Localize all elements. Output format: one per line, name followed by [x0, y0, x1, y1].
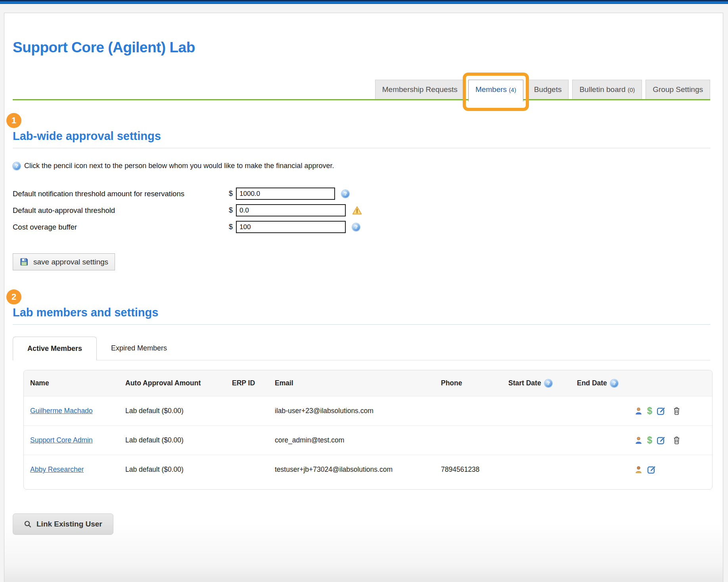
help-icon[interactable]: ? [13, 162, 21, 170]
email-cell: testuser+jb+73024@ilabsolutions.com [275, 465, 441, 474]
members-table: Name Auto Approval Amount ERP ID Email P… [23, 370, 713, 490]
col-start-date: Start Date ? [508, 379, 577, 387]
step-1-badge: 1 [6, 113, 21, 128]
floppy-disk-icon [19, 257, 29, 266]
lab-nav-tabs: Membership Requests Members (4) Budgets … [13, 80, 710, 100]
field-label: Default notification threshold amount fo… [13, 190, 229, 198]
currency-symbol: $ [229, 190, 233, 198]
auto-approval-threshold-input[interactable] [236, 204, 346, 216]
tab-expired-members[interactable]: Expired Members [97, 337, 181, 360]
cost-overage-buffer-input[interactable] [236, 221, 346, 233]
members-subtabs: Active Members Expired Members [13, 337, 710, 360]
instruction-text: Click the pencil icon next to the person… [24, 162, 334, 170]
member-name-link[interactable]: Support Core Admin [30, 436, 93, 444]
col-label: Start Date [508, 379, 541, 387]
member-role-alt-icon[interactable] [634, 465, 643, 474]
members-table-header: Name Auto Approval Amount ERP ID Email P… [24, 370, 712, 396]
col-name: Name [30, 379, 125, 387]
link-button-label: Link Existing User [36, 520, 102, 528]
members-table-rows: Guilherme Machado Lab default ($0.00) il… [24, 396, 712, 489]
help-icon[interactable]: ? [352, 223, 360, 231]
table-row: Guilherme Machado Lab default ($0.00) il… [24, 396, 712, 425]
auto-approval-cell: Lab default ($0.00) [125, 465, 232, 474]
tab-count: (0) [628, 86, 635, 93]
col-end-date: End Date ? [577, 379, 634, 387]
col-erp-id: ERP ID [232, 379, 275, 387]
field-label: Default auto-approval threshold [13, 206, 229, 215]
help-icon[interactable]: ? [341, 190, 349, 198]
help-icon[interactable]: ? [544, 379, 552, 387]
top-browser-bar [0, 0, 728, 4]
tab-count: (4) [509, 86, 516, 93]
members-tab-highlight-wrap: Members (4) [468, 80, 523, 99]
warning-icon [352, 206, 362, 215]
tab-label: Bulletin board [579, 85, 625, 94]
help-icon[interactable]: ? [610, 379, 618, 387]
tab-budgets[interactable]: Budgets [527, 80, 569, 99]
table-row: Support Core Admin Lab default ($0.00) c… [24, 425, 712, 455]
edit-member-icon[interactable] [647, 465, 656, 474]
tab-members[interactable]: Members (4) [468, 80, 523, 101]
tab-group-settings[interactable]: Group Settings [646, 80, 710, 99]
form-row: Default notification threshold amount fo… [13, 188, 710, 200]
main-panel: Support Core (Agilent) Lab Membership Re… [4, 13, 723, 582]
phone-cell: 7894561238 [441, 465, 508, 474]
financial-settings-icon[interactable]: $ [647, 406, 652, 415]
member-name-link[interactable]: Guilherme Machado [30, 407, 93, 415]
tab-membership-requests[interactable]: Membership Requests [375, 80, 465, 99]
member-role-icon[interactable] [634, 436, 643, 444]
delete-member-icon[interactable] [673, 407, 680, 415]
member-role-icon[interactable] [634, 407, 643, 415]
tab-label: Budgets [534, 85, 562, 94]
tab-bulletin-board[interactable]: Bulletin board (0) [572, 80, 642, 99]
email-cell: core_admin@test.com [275, 436, 441, 444]
tab-label: Group Settings [653, 85, 703, 94]
field-label: Cost overage buffer [13, 223, 229, 232]
page-title: Support Core (Agilent) Lab [13, 39, 710, 56]
member-name-link[interactable]: Abby Researcher [30, 465, 84, 473]
currency-symbol: $ [229, 206, 233, 214]
financial-settings-icon[interactable]: $ [647, 436, 652, 445]
form-row: Cost overage buffer $ ? [13, 221, 710, 233]
row-actions: $ [634, 436, 712, 445]
notification-threshold-input[interactable] [236, 188, 335, 200]
tab-label: Membership Requests [382, 85, 458, 94]
tab-active-members[interactable]: Active Members [13, 337, 97, 360]
step-2-badge: 2 [6, 289, 21, 304]
link-existing-user-button[interactable]: Link Existing User [13, 513, 113, 535]
auto-approval-cell: Lab default ($0.00) [125, 407, 232, 415]
name-cell: Support Core Admin [30, 436, 125, 444]
col-email: Email [275, 379, 441, 387]
edit-member-icon[interactable] [657, 406, 666, 415]
approval-form: Default notification threshold amount fo… [13, 188, 710, 233]
lab-members-title: Lab members and settings [13, 306, 710, 325]
name-cell: Abby Researcher [30, 465, 125, 474]
field-icon-wrap: ? [341, 190, 349, 198]
col-phone: Phone [441, 379, 508, 387]
name-cell: Guilherme Machado [30, 407, 125, 415]
approval-settings-title: Lab-wide approval settings [13, 130, 710, 148]
delete-member-icon[interactable] [673, 436, 680, 444]
save-button-label: save approval settings [33, 258, 108, 266]
search-icon [24, 520, 32, 528]
col-label: End Date [577, 379, 607, 387]
save-approval-settings-button[interactable]: save approval settings [13, 253, 115, 270]
email-cell: ilab-user+23@ilabsolutions.com [275, 407, 441, 415]
tab-label: Members [475, 85, 507, 94]
field-icon-wrap: ? [352, 223, 360, 231]
edit-member-icon[interactable] [657, 436, 666, 445]
row-actions: $ [634, 406, 712, 415]
col-auto-approval: Auto Approval Amount [125, 379, 232, 387]
form-row: Default auto-approval threshold $ [13, 204, 710, 216]
currency-symbol: $ [229, 223, 233, 231]
row-actions [634, 465, 712, 474]
approval-instruction: ? Click the pencil icon next to the pers… [13, 162, 710, 170]
table-row: Abby Researcher Lab default ($0.00) test… [24, 455, 712, 489]
auto-approval-cell: Lab default ($0.00) [125, 436, 232, 444]
